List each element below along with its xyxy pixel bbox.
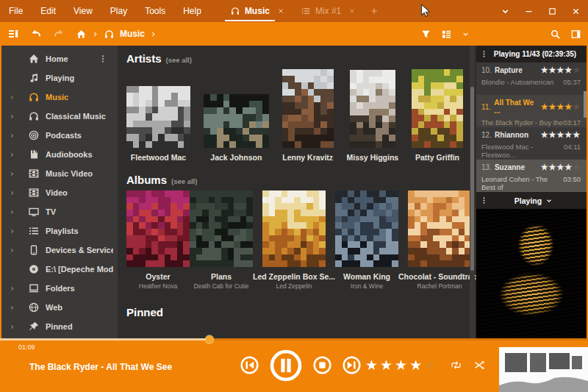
search-icon[interactable] — [550, 29, 561, 40]
star-icon[interactable]: ★ — [564, 130, 573, 139]
tab-close-icon[interactable] — [348, 7, 356, 15]
queue-track-row[interactable]: 13.Suzanne★★★★★Leonard Cohen - The Best … — [476, 160, 587, 192]
star-icon[interactable]: ★ — [556, 102, 564, 111]
new-tab-button[interactable] — [364, 0, 384, 22]
tab-music[interactable]: Music — [222, 0, 293, 22]
artist-card[interactable]: Fleetwood Mac — [126, 86, 190, 162]
home-icon[interactable] — [76, 29, 87, 40]
sidebar-item-video[interactable]: Video — [1, 183, 118, 202]
star-icon[interactable]: ★ — [573, 65, 581, 74]
menu-file[interactable]: File — [0, 0, 32, 22]
star-icon[interactable]: ★ — [564, 102, 573, 111]
kebab-menu-icon[interactable] — [480, 50, 488, 58]
sidebar-item-podcasts[interactable]: Podcasts — [1, 126, 118, 145]
now-playing-track-title[interactable]: The Black Ryder - All That We See — [29, 362, 172, 372]
pause-button[interactable] — [269, 349, 303, 382]
star-icon[interactable]: ★ — [556, 65, 564, 74]
star-icon[interactable]: ★ — [573, 102, 581, 111]
star-icon[interactable]: ★ — [541, 130, 549, 139]
headphones-icon[interactable] — [104, 29, 115, 40]
sidebar-item-e-depeche-mode-violato[interactable]: E:\ [Depeche Mode - Violato — [1, 260, 118, 279]
queue-track-row[interactable]: 10.Rapture★★★★★Blondie - Autoamerican05:… — [476, 63, 587, 95]
expander-icon[interactable] — [6, 129, 18, 141]
expander-icon[interactable] — [6, 187, 18, 199]
expander-icon[interactable] — [6, 168, 18, 179]
sidebar-toggle-icon[interactable] — [7, 28, 19, 40]
sidebar-item-audiobooks[interactable]: Audiobooks — [1, 145, 118, 164]
view-mode-chevron-icon[interactable] — [462, 30, 470, 38]
view-mode-icon[interactable] — [441, 29, 452, 40]
kebab-menu-icon[interactable] — [480, 196, 488, 204]
artist-card[interactable]: Lenny Kravitz — [282, 69, 334, 162]
menu-edit[interactable]: Edit — [32, 0, 65, 22]
star-icon[interactable]: ★ — [365, 358, 378, 372]
expander-icon[interactable] — [6, 244, 18, 256]
sidebar-item-playing[interactable]: Playing — [1, 68, 118, 88]
track-rating[interactable]: ★★★★★ — [541, 103, 581, 111]
now-playing-toggle[interactable]: Playing — [514, 196, 563, 205]
artist-card[interactable]: Jack Johnson — [204, 94, 269, 162]
star-icon[interactable]: ★ — [541, 102, 549, 111]
track-rating[interactable]: ★★★★★ — [541, 163, 581, 171]
menu-tools[interactable]: Tools — [136, 0, 174, 22]
star-icon[interactable]: ★ — [424, 358, 437, 372]
artist-card[interactable]: Patty Griffin — [412, 69, 463, 162]
star-icon[interactable]: ★ — [564, 65, 573, 74]
album-card[interactable]: OysterHeather Nova — [126, 190, 190, 290]
tab-mix-1[interactable]: Mix #1 — [293, 0, 364, 22]
albums-see-all-link[interactable]: (see all) — [171, 177, 197, 185]
star-icon[interactable]: ★ — [549, 102, 557, 111]
expander-icon[interactable] — [6, 282, 18, 294]
star-icon[interactable]: ★ — [549, 65, 557, 74]
shuffle-icon[interactable] — [473, 359, 486, 371]
sidebar-item-classical-music[interactable]: Classical Music — [1, 107, 118, 126]
track-rating[interactable]: ★★★★★ — [365, 338, 437, 392]
expander-icon[interactable] — [6, 206, 18, 218]
album-card[interactable]: Led Zeppelin Box Se...Led Zeppelin — [253, 190, 335, 290]
redo-icon[interactable] — [53, 28, 65, 40]
previous-button[interactable] — [240, 355, 259, 375]
kebab-menu-icon[interactable] — [98, 54, 107, 63]
chevron-down-icon[interactable] — [501, 7, 510, 16]
menu-help[interactable]: Help — [174, 0, 210, 22]
breadcrumb-label[interactable]: Music — [120, 29, 145, 39]
star-icon[interactable]: ★ — [556, 163, 564, 171]
album-card[interactable]: Chocolat - SoundtrackRachel Portman — [398, 190, 476, 290]
side-panel-icon[interactable] — [570, 29, 581, 40]
star-icon[interactable]: ★ — [573, 130, 581, 139]
stop-button[interactable] — [312, 355, 332, 375]
menu-play[interactable]: Play — [101, 0, 136, 22]
star-icon[interactable]: ★ — [556, 130, 564, 139]
tab-close-icon[interactable] — [277, 7, 284, 15]
sidebar-item-playlists[interactable]: Playlists — [1, 221, 118, 240]
artist-card[interactable]: Missy Higgins — [347, 70, 399, 162]
sidebar-item-devices-services[interactable]: Devices & Services — [1, 240, 118, 260]
sidebar-item-home[interactable]: Home — [1, 49, 118, 68]
sidebar-item-tv[interactable]: TV — [1, 202, 118, 221]
expander-icon[interactable] — [6, 91, 18, 103]
sidebar-item-pinned[interactable]: Pinned — [1, 317, 118, 336]
star-icon[interactable]: ★ — [409, 358, 422, 372]
expander-icon[interactable] — [6, 302, 18, 313]
menu-view[interactable]: View — [65, 0, 101, 22]
album-card[interactable]: PlansDeath Cab for Cutie — [190, 190, 253, 290]
minimize-button[interactable] — [524, 7, 534, 16]
sidebar-item-music[interactable]: Music — [1, 88, 118, 107]
expander-icon[interactable] — [6, 149, 18, 160]
star-icon[interactable]: ★ — [395, 358, 407, 372]
maximize-button[interactable] — [548, 7, 557, 16]
star-icon[interactable]: ★ — [541, 163, 549, 171]
star-icon[interactable]: ★ — [549, 130, 557, 139]
content-scrollbar[interactable] — [470, 46, 475, 338]
star-icon[interactable]: ★ — [564, 163, 573, 171]
queue-scrollbar-thumb[interactable] — [584, 91, 587, 118]
seek-handle[interactable] — [205, 335, 213, 343]
track-rating[interactable]: ★★★★★ — [541, 131, 581, 139]
expander-icon[interactable] — [6, 321, 18, 332]
close-button[interactable] — [571, 7, 581, 16]
repeat-icon[interactable] — [450, 359, 462, 371]
expander-icon[interactable] — [6, 225, 18, 237]
star-icon[interactable]: ★ — [541, 65, 549, 74]
sidebar-item-folders[interactable]: Folders — [1, 279, 118, 298]
filter-icon[interactable] — [420, 29, 431, 40]
